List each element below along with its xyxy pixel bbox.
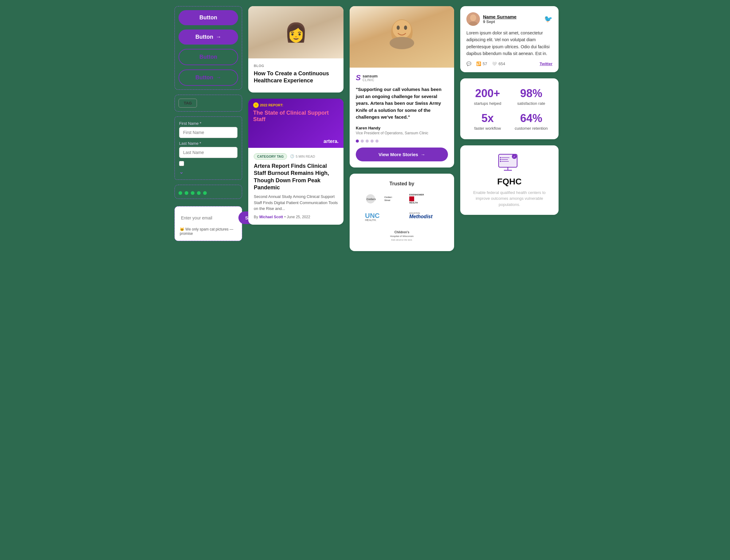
button-solid-arrow-1[interactable]: Button → [179,30,238,45]
testimonial-card: S sansum CLINIC "Supporting our call vol… [350,6,454,168]
reply-icon: 💬 [466,61,471,66]
stat-satisfaction: 98% satisfaction rate [512,87,550,106]
blog-card-1-title: How To Create a Continuous Healthcare Ex… [254,70,338,85]
dot-5[interactable] [203,191,207,195]
svg-point-3 [404,26,407,30]
logo-childrens: Children's Hospital of Wisconsin Kids de… [357,227,447,244]
stat-retention-number: 64% [512,112,550,125]
category-tag: CATEGORY TAG [254,153,287,160]
pagination-dots [179,191,238,195]
twitter-icon: 🐦 [544,15,552,23]
blog-card-2-title: Artera Report Finds Clinical Staff Burno… [254,163,338,191]
subscribe-section: Subscribe 🐱 We only spam cat pictures — … [175,206,242,241]
tweet-retweet-action[interactable]: 🔁 57 [476,61,487,66]
svg-text:Methodist: Methodist [409,214,432,219]
testimonial-dot-1[interactable] [356,140,359,143]
trusted-card: Trusted by Cedars Cedars Sinai EISENHOWE… [350,174,454,251]
svg-point-28 [500,159,501,160]
svg-point-2 [396,26,400,30]
button-outline-arrow-1[interactable]: Button → [179,69,238,86]
tag-pill[interactable]: TAG [179,99,197,108]
fqhc-card: ✓ FQHC Enable federal qualified health c… [460,145,558,215]
arrow-icon-2: → [216,74,221,81]
chevron-down-icon[interactable]: ⌄ [179,168,238,175]
stat-retention: 64% customer retention [512,112,550,131]
svg-text:Cedars: Cedars [366,198,376,201]
stat-startups-label: startups helped [469,101,506,106]
stat-retention-label: customer retention [512,126,550,131]
testimonial-dot-3[interactable] [365,140,369,143]
like-icon: 🤍 [492,61,497,66]
checkbox[interactable] [179,161,184,166]
testimonial-author: Karen Handy [356,126,448,130]
stat-satisfaction-label: satisfaction rate [512,101,550,106]
arrow-icon-1: → [216,34,221,40]
testimonial-dot-2[interactable] [361,140,364,143]
svg-text:Kids deserve the best.: Kids deserve the best. [391,239,412,241]
subscribe-note: 🐱 We only spam cat pictures — promise [180,227,237,236]
tweet-card: Name Surname 9 Sept 🐦 Lorem ipsum dolor … [460,6,558,72]
stat-satisfaction-number: 98% [512,87,550,100]
tweet-avatar [466,12,480,26]
read-time: 🕐 5 MIN READ [290,154,315,158]
blog-card-2-desc: Second Annual Study Among Clinical Suppo… [254,194,338,212]
email-input[interactable] [180,211,236,224]
clock-icon: 🕐 [290,154,294,158]
twitter-link[interactable]: Twitter [539,61,552,66]
svg-text:HEALTH: HEALTH [409,202,418,204]
svg-point-27 [500,157,501,158]
view-more-button[interactable]: View More Stories → [356,148,448,161]
svg-text:✓: ✓ [513,155,515,158]
form-section: First Name * Last Name * ⌄ [175,116,242,180]
svg-rect-9 [409,196,414,201]
logo-eisenhower: EISENHOWER HEALTH [404,193,447,205]
logo-methodist: HOUSTON Methodist [404,210,447,222]
stat-workflow-label: faster workflow [469,126,506,131]
svg-text:EISENHOWER: EISENHOWER [409,194,424,196]
svg-point-4 [389,37,414,49]
like-count: 654 [498,61,505,66]
dot-3[interactable] [191,191,195,195]
stat-workflow-number: 5x [469,112,506,125]
blog-card-2-meta: By Michael Scott • June 25, 2022 [254,215,338,219]
artera-card-image: ○ 2022 REPORT: The State of Clinical Sup… [248,99,344,148]
sansum-logo: S sansum CLINIC [356,74,448,82]
testimonial-dot-5[interactable] [375,140,378,143]
author-link[interactable]: Michael Scott [259,215,283,219]
svg-text:Cedars: Cedars [384,196,392,199]
dot-1[interactable] [179,191,182,195]
blog-card-1-image: 👩 [248,6,344,58]
retweet-icon: 🔁 [476,61,481,66]
button-outline-1[interactable]: Button [179,49,238,65]
last-name-input[interactable] [179,147,238,158]
retweet-count: 57 [483,61,487,66]
tweet-reply-action[interactable]: 💬 [466,61,471,66]
dot-2[interactable] [185,191,188,195]
stat-startups-number: 200+ [469,87,506,100]
blog-card-1-tag: BLOG [254,64,338,68]
logo-cedars-sinai: Cedars Cedars Sinai [357,193,399,205]
sansum-name: sansum [363,74,377,78]
stats-card: 200+ startups helped 98% satisfaction ra… [460,78,558,139]
logo-unc: UNC HEALTH. [357,210,399,222]
svg-point-29 [500,161,501,162]
last-name-label: Last Name * [179,141,238,146]
artera-report-label: 2022 REPORT: [260,103,283,107]
first-name-label: First Name * [179,121,238,126]
sansum-s-letter: S [356,74,361,81]
trusted-title: Trusted by [357,181,447,187]
fqhc-title: FQHC [467,177,551,187]
button-solid-1[interactable]: Button [179,10,238,25]
testimonial-dot-4[interactable] [370,140,373,143]
sansum-subtitle: CLINIC [363,78,377,82]
tweet-username: Name Surname [483,14,516,19]
first-name-input[interactable] [179,127,238,138]
tweet-like-action[interactable]: 🤍 654 [492,61,505,66]
tweet-date: 9 Sept [483,19,516,24]
stat-workflow: 5x faster workflow [469,112,506,131]
stat-startups: 200+ startups helped [469,87,506,106]
fqhc-desc: Enable federal qualified health centers … [467,190,551,208]
arrow-icon-3: → [420,152,425,157]
dot-4[interactable] [197,191,201,195]
svg-text:HEALTH.: HEALTH. [365,219,376,222]
